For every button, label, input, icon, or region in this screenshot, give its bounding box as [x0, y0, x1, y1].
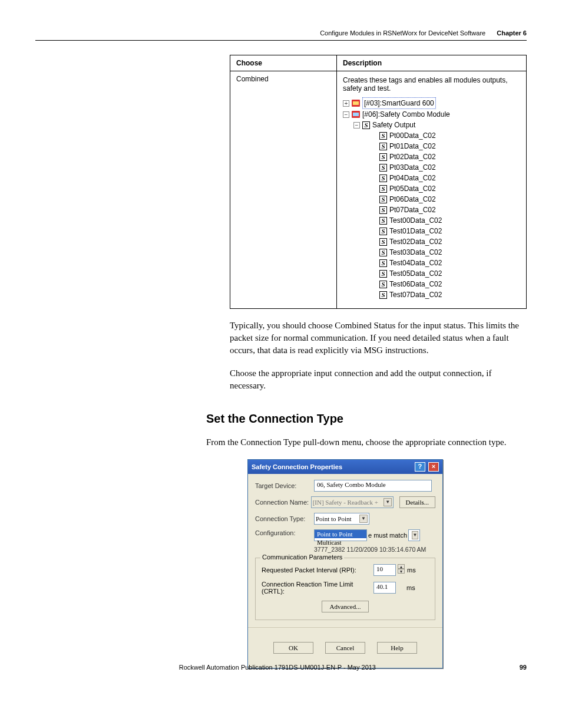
spin-down-icon[interactable]: ▼ [398, 569, 405, 574]
expand-icon[interactable]: + [343, 100, 349, 107]
body-paragraph: Typically, you should choose Combined St… [230, 319, 527, 357]
chevron-down-icon[interactable]: ▼ [359, 515, 368, 523]
rpi-value[interactable]: 10 [373, 564, 396, 576]
tree-leaf[interactable]: SPt07Data_C02 [379, 205, 520, 215]
target-device-field[interactable]: 06, Safety Combo Module [314, 480, 432, 492]
chevron-down-icon[interactable]: ▼ [384, 498, 392, 506]
tree-leaf[interactable]: STest00Data_C02 [379, 215, 520, 226]
connection-name-select[interactable]: [IN] Safety - Readback + ▼ [311, 496, 394, 508]
option-multicast[interactable]: Multicast [315, 538, 366, 546]
dialog-title-text: Safety Connection Properties [252, 463, 342, 470]
s-icon: S [379, 132, 387, 140]
help-button[interactable]: Help [377, 642, 417, 654]
tree-leaf-label: Test03Data_C02 [389, 247, 442, 258]
tree-leaf-label: Test07Data_C02 [389, 289, 442, 300]
cancel-button[interactable]: Cancel [325, 642, 365, 654]
tree-leaf[interactable]: STest02Data_C02 [379, 236, 520, 247]
s-icon: S [379, 143, 387, 150]
tree-leaf[interactable]: STest05Data_C02 [379, 268, 520, 279]
footer-publication: Rockwell Automation Publication 1791DS-U… [179, 664, 376, 671]
rpi-unit: ms [407, 566, 416, 574]
details-button[interactable]: Details... [399, 496, 435, 508]
tree-node[interactable]: Safety Output [372, 120, 415, 130]
s-icon: S [379, 196, 387, 203]
tree-leaf-label: Pt03Data_C02 [389, 162, 436, 173]
tree-leaf-label: Test04Data_C02 [389, 258, 442, 268]
header-rule [35, 40, 527, 41]
section-heading: Set the Connection Type [206, 412, 527, 426]
s-icon: S [379, 249, 387, 256]
tree-leaf[interactable]: SPt03Data_C02 [379, 162, 520, 173]
tree-leaf-label: Test05Data_C02 [389, 268, 442, 279]
label-rpi: Requested Packet Interval (RPI): [262, 566, 373, 574]
body-paragraph: From the Connection Type pull-down menu,… [206, 436, 527, 449]
th-choose: Choose [230, 55, 337, 71]
device-icon [352, 111, 360, 118]
s-icon: S [379, 153, 387, 161]
crtl-unit: ms [406, 584, 415, 591]
tree-leaf[interactable]: STest04Data_C02 [379, 258, 520, 268]
label-connection-type: Connection Type: [255, 515, 314, 522]
footer-page-number: 99 [520, 664, 527, 671]
tree-leaf-label: Pt05Data_C02 [389, 183, 436, 194]
page-header: Configure Modules in RSNetWorx for Devic… [35, 29, 527, 37]
tree-leaf-label: Test01Data_C02 [389, 226, 442, 236]
tree-leaf-label: Pt06Data_C02 [389, 194, 436, 205]
s-icon: S [379, 206, 387, 214]
label-configuration: Configuration: [255, 529, 314, 536]
configuration-tail-text: e must match [368, 532, 407, 539]
dialog-titlebar[interactable]: Safety Connection Properties ? × [248, 460, 442, 474]
rpi-spinner[interactable]: 10 ▲ ▼ [373, 564, 405, 576]
s-icon: S [379, 259, 387, 267]
tree-leaf[interactable]: STest01Data_C02 [379, 226, 520, 236]
tree-leaf[interactable]: SPt04Data_C02 [379, 173, 520, 183]
s-icon: S [379, 185, 387, 193]
label-target-device: Target Device: [255, 482, 314, 489]
advanced-button[interactable]: Advanced... [322, 601, 369, 612]
tree-leaf-label: Pt07Data_C02 [389, 205, 436, 215]
option-point-to-point[interactable]: Point to Point [315, 530, 366, 538]
s-icon: S [362, 121, 370, 129]
tree-leaf[interactable]: SPt00Data_C02 [379, 130, 520, 141]
tree-leaf[interactable]: SPt05Data_C02 [379, 183, 520, 194]
collapse-icon[interactable]: − [343, 111, 349, 118]
tree-leaf-label: Pt00Data_C02 [389, 130, 436, 141]
header-section: Configure Modules in RSNetWorx for Devic… [320, 29, 485, 37]
tree-leaf[interactable]: STest06Data_C02 [379, 279, 520, 289]
safety-connection-dialog: Safety Connection Properties ? × Target … [247, 459, 443, 668]
s-icon: S [379, 164, 387, 172]
group-legend: Communication Parameters [260, 554, 344, 561]
tree-leaf-label: Test06Data_C02 [389, 279, 442, 289]
tree-leaf-label: Pt04Data_C02 [389, 173, 436, 183]
tree-leaf[interactable]: SPt06Data_C02 [379, 194, 520, 205]
tree-leaf[interactable]: STest03Data_C02 [379, 247, 520, 258]
description-table: Choose Description Combined Creates thes… [230, 55, 527, 309]
ok-button[interactable]: OK [273, 642, 313, 654]
s-icon: S [379, 291, 387, 299]
chevron-down-icon[interactable]: ▼ [412, 531, 418, 539]
tree-leaf-label: Test02Data_C02 [389, 236, 442, 247]
device-tree[interactable]: + [#03]:SmartGuard 600 − [#06]:Safety Co… [343, 97, 520, 300]
configuration-select[interactable]: ▼ [408, 529, 420, 541]
tree-node[interactable]: [#06]:Safety Combo Module [362, 109, 450, 120]
help-icon[interactable]: ? [415, 462, 425, 472]
tree-leaf-label: Test00Data_C02 [389, 215, 442, 226]
spin-up-icon[interactable]: ▲ [398, 564, 405, 569]
connection-type-select[interactable]: Point to Point ▼ [314, 513, 369, 525]
collapse-icon[interactable]: − [353, 122, 360, 129]
tree-node[interactable]: [#03]:SmartGuard 600 [362, 97, 436, 109]
td-desc-text: Creates these tags and enables all modul… [343, 76, 520, 93]
close-icon[interactable]: × [428, 462, 439, 472]
connection-type-value: Point to Point [316, 515, 352, 522]
tree-leaf[interactable]: STest07Data_C02 [379, 289, 520, 300]
dialog-separator [248, 627, 442, 628]
body-paragraph: Choose the appropriate input connection … [230, 367, 527, 392]
connection-type-dropdown-list[interactable]: Point to Point Multicast [314, 529, 367, 541]
tree-leaf[interactable]: SPt01Data_C02 [379, 141, 520, 151]
s-icon: S [379, 270, 387, 278]
tree-leaf-label: Pt02Data_C02 [389, 151, 436, 162]
communication-parameters-group: Communication Parameters Requested Packe… [255, 558, 435, 620]
s-icon: S [379, 228, 387, 235]
tree-leaf[interactable]: SPt02Data_C02 [379, 151, 520, 162]
tree-leaf-label: Pt01Data_C02 [389, 141, 436, 151]
